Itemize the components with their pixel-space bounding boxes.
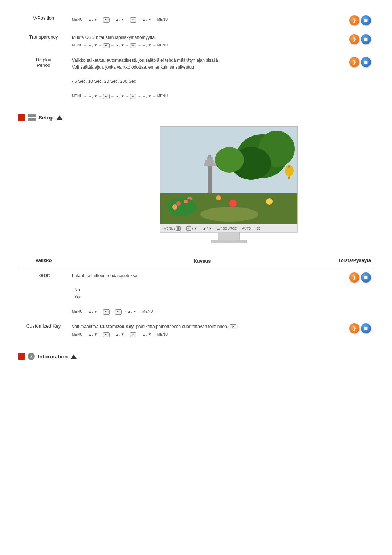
stop-button[interactable]: ◼	[361, 323, 371, 333]
enter-key-icon2: ↵	[130, 332, 136, 337]
table-row: V-Position MENU → ▲, ▼ → ↵ → ▲, ▼ → ↵ → …	[18, 11, 374, 30]
collapse-triangle-icon[interactable]	[71, 354, 77, 359]
play-button[interactable]: ❯	[349, 323, 359, 333]
monitor-display: MENU / ||| ↵ / ▼ ▲ / ☀ ☰ / SOURCE AUTO ⏻	[83, 126, 374, 243]
up-brightness-key: ▲ / ☀	[203, 227, 211, 230]
svg-rect-7	[204, 163, 216, 166]
enter-icon: ↵	[230, 324, 236, 329]
enter-key-icon2: ↵	[130, 17, 136, 23]
table-header-row: Valikko Kuvaus Toista/Pysäytä	[18, 250, 374, 268]
reset-options: - No- Yes	[72, 287, 332, 300]
svg-point-18	[200, 207, 258, 222]
customized-key-buttons: ❯ ◼	[335, 319, 374, 342]
customized-key-text: Voit määrittää Customized Key -painikett…	[72, 323, 332, 330]
transparency-buttons: ❯ ◼	[345, 30, 374, 53]
monitor-controls-text: MENU / |||	[164, 227, 181, 230]
monitor-controls-bar: MENU / ||| ↵ / ▼ ▲ / ☀ ☰ / SOURCE AUTO ⏻	[160, 224, 298, 233]
enter-key-icon: ↵	[103, 332, 110, 337]
enter-key-icon2: ↵	[115, 309, 122, 315]
stop-button[interactable]: ◼	[361, 272, 371, 283]
transparency-text: Muuta OSD:n taustan läpinäkymättömyyttä.	[72, 34, 342, 41]
transparency-nav: MENU → ▲, ▼ → ↵ → ▲, ▼ → ↵ → ▲, ▼ → MENU	[72, 42, 342, 48]
setup-section: Valikko Kuvaus Toista/Pysäytä Reset Pala…	[18, 250, 374, 342]
setup-table: Valikko Kuvaus Toista/Pysäytä Reset Pala…	[18, 250, 374, 342]
table-row: DisplayPeriod Valikko sulkeutuu automaat…	[18, 53, 374, 104]
reset-nav: MENU → ▲, ▼ → ↵ → ↵ → ▲, ▼ → MENU	[72, 309, 332, 315]
svg-point-19	[168, 198, 197, 216]
svg-rect-16	[288, 165, 290, 168]
stop-button[interactable]: ◼	[361, 15, 371, 25]
customized-key-bold: Customized Key	[100, 324, 134, 329]
customized-key-desc: Voit määrittää Customized Key -painikett…	[69, 319, 335, 342]
svg-point-13	[216, 195, 221, 200]
display-period-label: DisplayPeriod	[18, 53, 69, 104]
grid-cell	[30, 114, 33, 117]
svg-point-14	[266, 198, 273, 205]
enter-key-icon: ↵	[103, 43, 110, 48]
button-pair: ❯ ◼	[348, 57, 371, 67]
customized-key-label: Customized Key	[18, 319, 69, 342]
auto-key: AUTO	[242, 227, 251, 230]
customized-key-nav: MENU → ▲, ▼ → ↵ → ▲, ▼ → ↵ → ▲, ▼ → MENU	[72, 332, 332, 337]
display-period-options: - 5 Sec, 10 Sec, 20 Sec, 200 Sec	[72, 78, 342, 85]
red-square-icon	[18, 353, 25, 360]
play-button[interactable]: ❯	[349, 57, 359, 67]
osd-settings-section: V-Position MENU → ▲, ▼ → ↵ → ▲, ▼ → ↵ → …	[18, 11, 374, 104]
red-square-icon	[18, 114, 25, 121]
display-period-buttons: ❯ ◼	[345, 53, 374, 104]
svg-rect-17	[288, 177, 290, 179]
col-header-valikko: Valikko	[18, 250, 69, 268]
button-pair: ❯ ◼	[348, 34, 371, 44]
grid-cell	[33, 118, 36, 121]
play-button[interactable]: ❯	[349, 34, 359, 44]
display-period-text2: Voit säätää ajan, jonka valikko odottaa,…	[72, 64, 342, 71]
monitor-screen	[160, 126, 298, 224]
v-position-buttons: ❯ ◼	[345, 11, 374, 30]
v-position-desc: MENU → ▲, ▼ → ↵ → ▲, ▼ → ↵ → ▲, ▼ → MENU	[69, 11, 345, 30]
svg-rect-6	[208, 163, 212, 193]
table-row: Customized Key Voit määrittää Customized…	[18, 319, 374, 342]
svg-rect-10	[208, 155, 211, 158]
setup-header-label: Setup	[38, 114, 54, 121]
garden-image	[160, 127, 298, 224]
svg-point-22	[172, 204, 177, 210]
enter-key-icon: ↵	[103, 94, 110, 99]
enter-key-icon2: ↵	[130, 94, 136, 99]
grid-cell	[33, 114, 36, 117]
reset-desc: Palauttaa laitteen tehdasasetukset. - No…	[69, 268, 335, 319]
button-pair: ❯ ◼	[348, 15, 371, 25]
grid-cell	[28, 114, 30, 117]
svg-point-21	[184, 200, 188, 203]
reset-buttons: ❯ ◼	[335, 268, 374, 319]
grid-cell	[30, 118, 33, 121]
info-circle-icon: i	[28, 353, 35, 360]
transparency-label: Transparency	[18, 30, 69, 53]
collapse-triangle-icon[interactable]	[57, 115, 62, 120]
v-position-nav: MENU → ▲, ▼ → ↵ → ▲, ▼ → ↵ → ▲, ▼ → MENU	[72, 17, 342, 23]
information-header-label: Information	[38, 353, 68, 360]
osd-settings-table: V-Position MENU → ▲, ▼ → ↵ → ▲, ▼ → ↵ → …	[18, 11, 374, 104]
grid-icon	[28, 114, 36, 121]
display-period-text1: Valikko sulkeutuu automaattisesti, jos s…	[72, 57, 342, 64]
button-pair: ❯ ◼	[338, 272, 371, 283]
stop-button[interactable]: ◼	[361, 57, 371, 67]
display-period-nav: MENU → ▲, ▼ → ↵ → ▲, ▼ → ↵ → ▲, ▼ → MENU	[72, 93, 342, 99]
svg-point-4	[215, 147, 244, 173]
source-key: ☰ / SOURCE	[217, 227, 237, 230]
stop-button[interactable]: ◼	[361, 34, 371, 44]
table-row: Reset Palauttaa laitteen tehdasasetukset…	[18, 268, 374, 319]
col-header-kuvaus: Kuvaus	[69, 250, 335, 268]
svg-point-20	[176, 201, 181, 206]
reset-main-text: Palauttaa laitteen tehdasasetukset.	[72, 272, 332, 279]
play-button[interactable]: ❯	[349, 272, 359, 283]
svg-point-12	[229, 200, 237, 207]
enter-down-key: ↵ / ▼	[186, 227, 197, 230]
information-section-header: i Information	[18, 353, 374, 360]
play-button[interactable]: ❯	[349, 15, 359, 25]
col-header-toista: Toista/Pysäytä	[335, 250, 374, 268]
monitor-stand	[218, 233, 240, 240]
enter-key-icon2: ↵	[130, 43, 136, 48]
table-row: Transparency Muuta OSD:n taustan läpinäk…	[18, 30, 374, 53]
grid-cell	[28, 118, 30, 121]
button-pair: ❯ ◼	[338, 323, 371, 333]
